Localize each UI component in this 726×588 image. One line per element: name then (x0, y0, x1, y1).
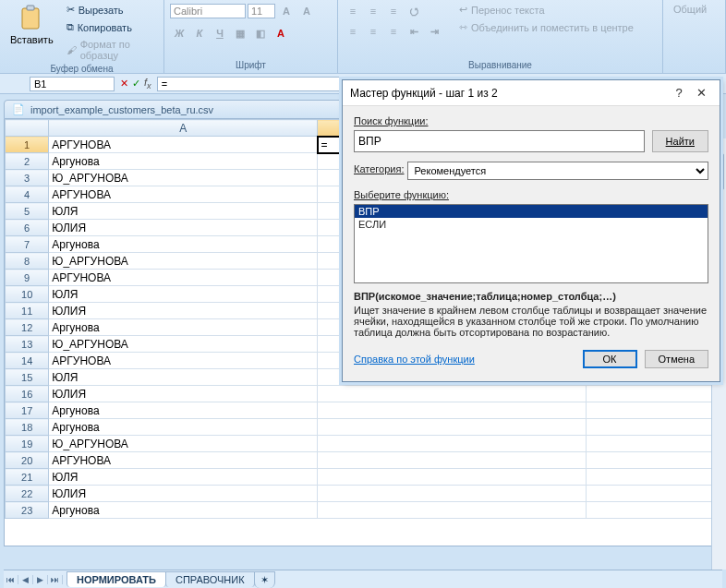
cell[interactable] (318, 502, 587, 519)
row-header[interactable]: 1 (6, 137, 49, 153)
indent-dec-icon[interactable]: ⇤ (405, 22, 423, 41)
row-header[interactable]: 9 (6, 270, 49, 286)
cell[interactable]: ЮЛИЯ (49, 386, 318, 402)
cell[interactable]: ЮЛИЯ (49, 303, 318, 319)
row-header[interactable]: 11 (6, 303, 49, 319)
cell[interactable]: Аргунова (49, 319, 318, 336)
italic-button[interactable]: К (190, 24, 209, 42)
grow-font-icon[interactable]: A (277, 2, 296, 20)
align-center-icon[interactable]: ≡ (364, 22, 382, 41)
merge-center-button[interactable]: ⇿Объединить и поместить в центре (454, 19, 638, 35)
help-button[interactable]: ? (668, 86, 690, 100)
cell[interactable]: Ю_АРГУНОВА (49, 336, 318, 353)
align-top-icon[interactable]: ≡ (344, 2, 362, 20)
cell[interactable] (318, 419, 587, 436)
search-input[interactable] (354, 130, 645, 152)
font-color-button[interactable]: A (272, 24, 290, 42)
cell[interactable] (318, 452, 587, 469)
indent-inc-icon[interactable]: ⇥ (425, 22, 443, 41)
cell[interactable] (587, 486, 721, 502)
cell[interactable] (587, 419, 721, 436)
row-header[interactable]: 4 (6, 186, 49, 203)
cell[interactable]: Аргунова (49, 419, 318, 436)
cell[interactable]: ЮЛЯ (49, 469, 318, 486)
cell[interactable] (587, 386, 721, 402)
category-select[interactable]: Рекомендуется (407, 162, 708, 180)
function-list-item[interactable]: ВПР (355, 205, 708, 218)
cell[interactable]: АРГУНОВА (49, 186, 318, 203)
function-list[interactable]: ВПРЕСЛИ (354, 204, 708, 283)
cell[interactable]: Аргунова (49, 502, 318, 519)
column-header[interactable]: A (49, 120, 318, 137)
align-right-icon[interactable]: ≡ (384, 22, 403, 41)
font-name-combo[interactable]: Calibri (170, 4, 246, 18)
row-header[interactable]: 5 (6, 203, 49, 220)
cancel-formula-icon[interactable]: ✕ (120, 78, 128, 90)
name-box[interactable]: B1 (30, 77, 115, 91)
cancel-button[interactable]: Отмена (645, 350, 708, 368)
cell[interactable]: Ю_АРГУНОВА (49, 253, 318, 270)
cell[interactable] (318, 436, 587, 452)
number-format-combo[interactable]: Общий (669, 2, 720, 17)
border-button[interactable]: ▦ (231, 24, 249, 42)
align-left-icon[interactable]: ≡ (344, 22, 362, 41)
fx-icon[interactable]: fx (144, 77, 151, 90)
cell[interactable]: ЮЛИЯ (49, 486, 318, 502)
copy-button[interactable]: ⧉Копировать (62, 19, 158, 35)
row-header[interactable]: 3 (6, 170, 49, 186)
cell[interactable]: АРГУНОВА (49, 270, 318, 286)
row-header[interactable]: 2 (6, 153, 49, 170)
cell[interactable]: Аргунова (49, 402, 318, 419)
format-painter-button[interactable]: 🖌Формат по образцу (62, 37, 158, 63)
cell[interactable]: ЮЛЯ (49, 286, 318, 303)
align-bottom-icon[interactable]: ≡ (384, 2, 403, 20)
cell[interactable]: ЮЛИЯ (49, 220, 318, 236)
new-sheet-button[interactable]: ✶ (254, 571, 275, 588)
cell[interactable]: Аргунова (49, 153, 318, 170)
row-header[interactable]: 13 (6, 336, 49, 353)
cell[interactable]: АРГУНОВА (49, 353, 318, 369)
cell[interactable] (318, 402, 587, 419)
bold-button[interactable]: Ж (170, 24, 188, 42)
tab-nav-prev-icon[interactable]: ◀ (18, 575, 33, 584)
confirm-formula-icon[interactable]: ✓ (132, 78, 140, 90)
cell[interactable]: Ю_АРГУНОВА (49, 436, 318, 452)
cell[interactable] (587, 452, 721, 469)
cell[interactable] (318, 469, 587, 486)
cell[interactable]: ЮЛЯ (49, 369, 318, 386)
tab-nav-last-icon[interactable]: ⏭ (48, 575, 63, 584)
font-size-combo[interactable]: 11 (248, 4, 275, 18)
underline-button[interactable]: Ч (211, 24, 229, 42)
row-header[interactable]: 18 (6, 419, 49, 436)
function-list-item[interactable]: ЕСЛИ (355, 218, 708, 231)
cell[interactable]: ЮЛЯ (49, 203, 318, 220)
row-header[interactable]: 14 (6, 353, 49, 369)
row-header[interactable]: 17 (6, 402, 49, 419)
cell[interactable] (587, 502, 721, 519)
row-header[interactable]: 6 (6, 220, 49, 236)
cell[interactable]: Ю_АРГУНОВА (49, 170, 318, 186)
ok-button[interactable]: ОК (583, 350, 637, 368)
shrink-font-icon[interactable]: A (297, 2, 316, 20)
sheet-tab[interactable]: СПРАВОЧНИК (165, 571, 255, 587)
cell[interactable]: АРГУНОВА (49, 137, 318, 153)
find-button[interactable]: Найти (652, 130, 708, 152)
row-header[interactable]: 8 (6, 253, 49, 270)
orientation-icon[interactable]: ⭯ (405, 2, 423, 20)
wrap-text-button[interactable]: ↩Перенос текста (454, 2, 638, 18)
fill-color-button[interactable]: ◧ (251, 24, 270, 42)
row-header[interactable]: 12 (6, 319, 49, 336)
sheet-tab-active[interactable]: НОРМИРОВАТЬ (67, 571, 166, 587)
cut-button[interactable]: ✂Вырезать (62, 2, 158, 18)
tab-nav-next-icon[interactable]: ▶ (33, 575, 48, 584)
align-middle-icon[interactable]: ≡ (364, 2, 382, 20)
cell[interactable]: Аргунова (49, 236, 318, 253)
row-header[interactable]: 21 (6, 469, 49, 486)
cell[interactable] (318, 386, 587, 402)
cell[interactable] (318, 486, 587, 502)
row-header[interactable]: 7 (6, 236, 49, 253)
cell[interactable] (587, 436, 721, 452)
tab-nav-first-icon[interactable]: ⏮ (4, 575, 18, 584)
row-header[interactable]: 23 (6, 502, 49, 519)
dialog-titlebar[interactable]: Мастер функций - шаг 1 из 2 ? ✕ (343, 80, 720, 106)
